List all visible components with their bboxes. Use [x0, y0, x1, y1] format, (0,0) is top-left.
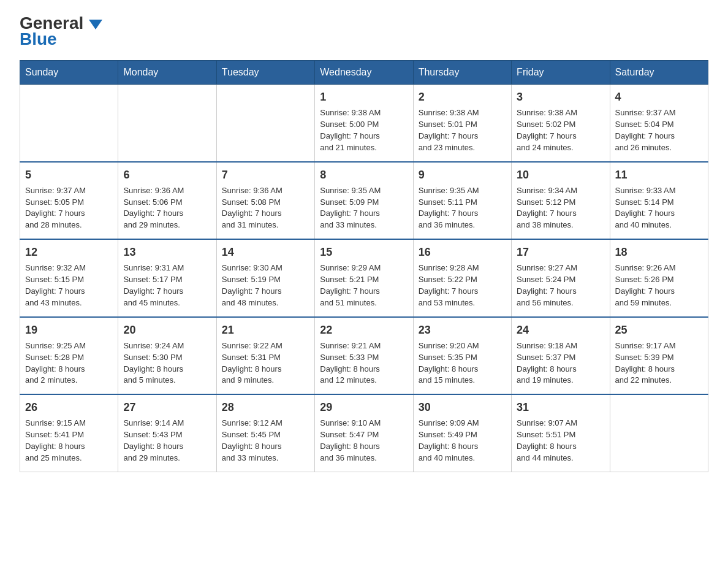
day-info: Sunrise: 9:35 AM Sunset: 5:09 PM Dayligh… — [320, 185, 408, 231]
day-number: 30 — [419, 400, 506, 415]
day-number: 8 — [320, 167, 408, 183]
day-number: 10 — [517, 167, 604, 183]
day-info: Sunrise: 9:18 AM Sunset: 5:37 PM Dayligh… — [517, 340, 604, 386]
svg-marker-0 — [89, 20, 102, 29]
calendar-cell: 15Sunrise: 9:29 AM Sunset: 5:21 PM Dayli… — [315, 239, 413, 317]
day-info: Sunrise: 9:07 AM Sunset: 5:51 PM Dayligh… — [517, 418, 604, 464]
day-number: 1 — [320, 90, 408, 105]
calendar-cell: 13Sunrise: 9:31 AM Sunset: 5:17 PM Dayli… — [118, 239, 216, 317]
day-info: Sunrise: 9:22 AM Sunset: 5:31 PM Dayligh… — [222, 340, 309, 386]
day-number: 16 — [419, 245, 506, 260]
calendar-week-row: 26Sunrise: 9:15 AM Sunset: 5:41 PM Dayli… — [20, 394, 708, 472]
day-number: 24 — [517, 323, 604, 338]
day-number: 27 — [123, 400, 211, 415]
calendar-cell: 19Sunrise: 9:25 AM Sunset: 5:28 PM Dayli… — [20, 317, 118, 395]
day-info: Sunrise: 9:37 AM Sunset: 5:04 PM Dayligh… — [615, 107, 703, 153]
day-info: Sunrise: 9:38 AM Sunset: 5:00 PM Dayligh… — [320, 107, 408, 153]
day-info: Sunrise: 9:15 AM Sunset: 5:41 PM Dayligh… — [25, 418, 113, 464]
logo: General Blue — [20, 15, 102, 49]
day-info: Sunrise: 9:38 AM Sunset: 5:01 PM Dayligh… — [419, 107, 506, 153]
day-number: 22 — [320, 323, 408, 338]
calendar-week-row: 1Sunrise: 9:38 AM Sunset: 5:00 PM Daylig… — [20, 85, 708, 162]
day-info: Sunrise: 9:17 AM Sunset: 5:39 PM Dayligh… — [615, 340, 703, 386]
day-info: Sunrise: 9:36 AM Sunset: 5:08 PM Dayligh… — [222, 185, 309, 231]
calendar-cell: 26Sunrise: 9:15 AM Sunset: 5:41 PM Dayli… — [20, 394, 118, 472]
day-number: 23 — [419, 323, 506, 338]
calendar-cell: 5Sunrise: 9:37 AM Sunset: 5:05 PM Daylig… — [20, 162, 118, 240]
day-number: 20 — [123, 323, 211, 338]
day-number: 14 — [222, 245, 309, 260]
calendar-week-row: 19Sunrise: 9:25 AM Sunset: 5:28 PM Dayli… — [20, 317, 708, 395]
calendar-week-row: 12Sunrise: 9:32 AM Sunset: 5:15 PM Dayli… — [20, 239, 708, 317]
calendar-table: SundayMondayTuesdayWednesdayThursdayFrid… — [20, 60, 708, 472]
column-header-friday: Friday — [512, 61, 610, 85]
calendar-cell: 28Sunrise: 9:12 AM Sunset: 5:45 PM Dayli… — [216, 394, 314, 472]
column-header-wednesday: Wednesday — [315, 61, 413, 85]
calendar-cell: 30Sunrise: 9:09 AM Sunset: 5:49 PM Dayli… — [413, 394, 511, 472]
calendar-cell: 22Sunrise: 9:21 AM Sunset: 5:33 PM Dayli… — [315, 317, 413, 395]
day-info: Sunrise: 9:14 AM Sunset: 5:43 PM Dayligh… — [123, 418, 211, 464]
calendar-week-row: 5Sunrise: 9:37 AM Sunset: 5:05 PM Daylig… — [20, 162, 708, 240]
day-number: 21 — [222, 323, 309, 338]
day-info: Sunrise: 9:27 AM Sunset: 5:24 PM Dayligh… — [517, 262, 604, 308]
day-info: Sunrise: 9:09 AM Sunset: 5:49 PM Dayligh… — [419, 418, 506, 464]
calendar-cell: 10Sunrise: 9:34 AM Sunset: 5:12 PM Dayli… — [512, 162, 610, 240]
day-info: Sunrise: 9:21 AM Sunset: 5:33 PM Dayligh… — [320, 340, 408, 386]
column-header-tuesday: Tuesday — [216, 61, 314, 85]
day-info: Sunrise: 9:34 AM Sunset: 5:12 PM Dayligh… — [517, 185, 604, 231]
day-info: Sunrise: 9:29 AM Sunset: 5:21 PM Dayligh… — [320, 262, 408, 308]
calendar-cell: 29Sunrise: 9:10 AM Sunset: 5:47 PM Dayli… — [315, 394, 413, 472]
day-number: 18 — [615, 245, 703, 260]
calendar-cell: 9Sunrise: 9:35 AM Sunset: 5:11 PM Daylig… — [413, 162, 511, 240]
day-number: 2 — [419, 90, 506, 105]
calendar-cell: 6Sunrise: 9:36 AM Sunset: 5:06 PM Daylig… — [118, 162, 216, 240]
day-number: 26 — [25, 400, 113, 415]
day-number: 17 — [517, 245, 604, 260]
calendar-cell: 23Sunrise: 9:20 AM Sunset: 5:35 PM Dayli… — [413, 317, 511, 395]
day-info: Sunrise: 9:25 AM Sunset: 5:28 PM Dayligh… — [25, 340, 113, 386]
calendar-cell: 3Sunrise: 9:38 AM Sunset: 5:02 PM Daylig… — [512, 85, 610, 162]
calendar-cell: 2Sunrise: 9:38 AM Sunset: 5:01 PM Daylig… — [413, 85, 511, 162]
day-number: 4 — [615, 90, 703, 105]
day-info: Sunrise: 9:32 AM Sunset: 5:15 PM Dayligh… — [25, 262, 113, 308]
day-info: Sunrise: 9:20 AM Sunset: 5:35 PM Dayligh… — [419, 340, 506, 386]
calendar-cell: 25Sunrise: 9:17 AM Sunset: 5:39 PM Dayli… — [610, 317, 708, 395]
column-header-sunday: Sunday — [20, 61, 118, 85]
day-number: 31 — [517, 400, 604, 415]
calendar-cell: 7Sunrise: 9:36 AM Sunset: 5:08 PM Daylig… — [216, 162, 314, 240]
logo-blue-text: Blue — [20, 29, 57, 48]
day-number: 12 — [25, 245, 113, 260]
calendar-cell: 31Sunrise: 9:07 AM Sunset: 5:51 PM Dayli… — [512, 394, 610, 472]
day-number: 7 — [222, 167, 309, 183]
calendar-cell — [610, 394, 708, 472]
day-info: Sunrise: 9:35 AM Sunset: 5:11 PM Dayligh… — [419, 185, 506, 231]
day-number: 29 — [320, 400, 408, 415]
day-info: Sunrise: 9:26 AM Sunset: 5:26 PM Dayligh… — [615, 262, 703, 308]
calendar-cell: 24Sunrise: 9:18 AM Sunset: 5:37 PM Dayli… — [512, 317, 610, 395]
calendar-cell: 27Sunrise: 9:14 AM Sunset: 5:43 PM Dayli… — [118, 394, 216, 472]
calendar-cell: 16Sunrise: 9:28 AM Sunset: 5:22 PM Dayli… — [413, 239, 511, 317]
calendar-cell: 4Sunrise: 9:37 AM Sunset: 5:04 PM Daylig… — [610, 85, 708, 162]
day-number: 15 — [320, 245, 408, 260]
calendar-cell: 12Sunrise: 9:32 AM Sunset: 5:15 PM Dayli… — [20, 239, 118, 317]
day-number: 9 — [419, 167, 506, 183]
day-number: 3 — [517, 90, 604, 105]
calendar-cell: 8Sunrise: 9:35 AM Sunset: 5:09 PM Daylig… — [315, 162, 413, 240]
calendar-cell — [216, 85, 314, 162]
calendar-cell: 21Sunrise: 9:22 AM Sunset: 5:31 PM Dayli… — [216, 317, 314, 395]
day-info: Sunrise: 9:37 AM Sunset: 5:05 PM Dayligh… — [25, 185, 113, 231]
day-info: Sunrise: 9:31 AM Sunset: 5:17 PM Dayligh… — [123, 262, 211, 308]
day-number: 11 — [615, 167, 703, 183]
day-number: 6 — [123, 167, 211, 183]
calendar-cell: 18Sunrise: 9:26 AM Sunset: 5:26 PM Dayli… — [610, 239, 708, 317]
day-number: 19 — [25, 323, 113, 338]
calendar-cell: 17Sunrise: 9:27 AM Sunset: 5:24 PM Dayli… — [512, 239, 610, 317]
column-header-thursday: Thursday — [413, 61, 511, 85]
day-number: 13 — [123, 245, 211, 260]
day-number: 5 — [25, 167, 113, 183]
day-info: Sunrise: 9:33 AM Sunset: 5:14 PM Dayligh… — [615, 185, 703, 231]
day-info: Sunrise: 9:28 AM Sunset: 5:22 PM Dayligh… — [419, 262, 506, 308]
day-info: Sunrise: 9:30 AM Sunset: 5:19 PM Dayligh… — [222, 262, 309, 308]
calendar-header-row: SundayMondayTuesdayWednesdayThursdayFrid… — [20, 61, 708, 85]
calendar-cell: 14Sunrise: 9:30 AM Sunset: 5:19 PM Dayli… — [216, 239, 314, 317]
